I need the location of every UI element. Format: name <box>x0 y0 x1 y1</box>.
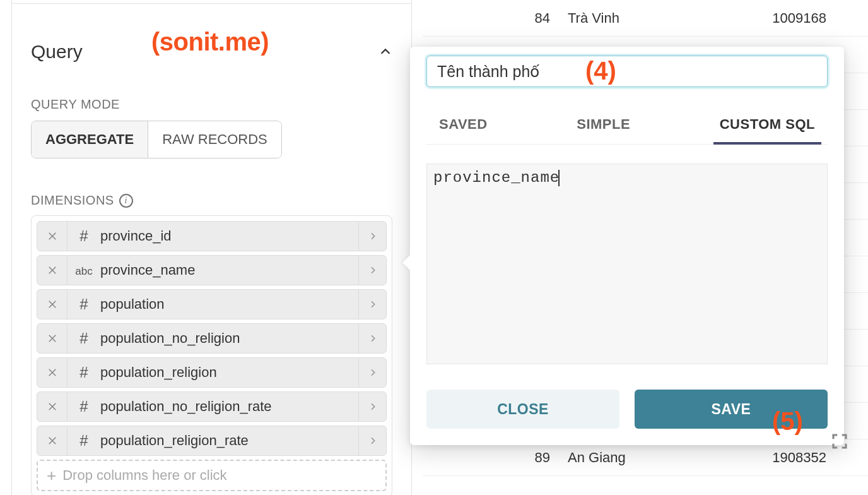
column-name-input[interactable] <box>426 56 828 87</box>
mode-aggregate-button[interactable]: AGGREGATE <box>32 121 148 158</box>
type-numeric-icon <box>67 432 100 450</box>
drop-hint: Drop columns here or click <box>62 467 226 484</box>
tab-simple[interactable]: SIMPLE <box>574 110 633 144</box>
cell-name: Trà Vinh <box>568 10 719 27</box>
info-icon[interactable]: i <box>119 194 133 208</box>
cell-id: 84 <box>423 10 568 27</box>
dimensions-list: province_idprovince_namepopulationpopula… <box>31 215 392 495</box>
table-row[interactable]: 84Trà Vinh1009168 <box>423 0 868 37</box>
dimension-label: population_religion_rate <box>100 432 358 449</box>
sql-content: province_name <box>433 169 560 186</box>
dimensions-drop-zone[interactable]: + Drop columns here or click <box>37 460 387 491</box>
remove-dimension-icon[interactable] <box>37 256 67 285</box>
chevron-right-icon[interactable] <box>358 256 386 285</box>
dimensions-label-text: DIMENSIONS <box>31 193 114 208</box>
type-numeric-icon <box>67 398 100 415</box>
remove-dimension-icon[interactable] <box>37 426 67 455</box>
dimension-row[interactable]: population_religion <box>37 357 387 388</box>
save-button[interactable]: SAVE <box>635 390 828 429</box>
text-cursor <box>558 170 560 186</box>
query-mode-label: QUERY MODE <box>31 97 392 112</box>
remove-dimension-icon[interactable] <box>37 222 67 251</box>
query-title: Query <box>31 41 83 63</box>
chevron-right-icon[interactable] <box>358 358 386 387</box>
query-mode-toggle: AGGREGATE RAW RECORDS <box>31 121 282 158</box>
close-button[interactable]: CLOSE <box>426 390 619 429</box>
dimension-row[interactable]: population_religion_rate <box>37 426 387 456</box>
mode-raw-button[interactable]: RAW RECORDS <box>148 121 281 158</box>
dimension-label: province_id <box>100 228 358 244</box>
chevron-right-icon[interactable] <box>358 426 386 455</box>
cell-name: An Giang <box>568 450 719 466</box>
cell-value: 1009168 <box>719 10 845 27</box>
tab-saved[interactable]: SAVED <box>437 110 490 144</box>
cell-id: 89 <box>423 450 568 466</box>
plus-icon: + <box>47 466 56 486</box>
chevron-up-icon[interactable] <box>378 45 392 59</box>
dimensions-label: DIMENSIONS i <box>31 193 392 208</box>
chevron-right-icon[interactable] <box>358 290 386 319</box>
remove-dimension-icon[interactable] <box>37 290 67 319</box>
type-numeric-icon <box>67 295 100 313</box>
chevron-right-icon[interactable] <box>358 324 386 353</box>
dimension-label: population_religion <box>100 364 358 381</box>
fullscreen-icon[interactable] <box>830 432 849 451</box>
dimension-label: province_name <box>100 262 358 278</box>
type-numeric-icon <box>67 364 100 381</box>
popover-buttons: CLOSE SAVE <box>426 390 828 429</box>
sql-editor[interactable]: province_name <box>426 164 828 364</box>
chevron-right-icon[interactable] <box>358 222 386 251</box>
dimension-label: population_no_religion <box>100 330 358 347</box>
tab-custom-sql[interactable]: CUSTOM SQL <box>717 110 818 144</box>
top-divider <box>12 0 411 4</box>
query-panel: Query QUERY MODE AGGREGATE RAW RECORDS D… <box>11 0 412 495</box>
column-editor-popover: SAVED SIMPLE CUSTOM SQL province_name CL… <box>410 47 844 445</box>
dimension-row[interactable]: population <box>37 289 387 319</box>
chevron-right-icon[interactable] <box>358 392 386 421</box>
cell-value: 1908352 <box>719 450 845 466</box>
dimension-row[interactable]: province_name <box>37 255 387 285</box>
type-numeric-icon <box>67 227 100 245</box>
dimension-label: population_no_religion_rate <box>100 398 358 415</box>
dimension-row[interactable]: province_id <box>37 221 387 251</box>
dimension-label: population <box>100 296 358 313</box>
type-text-icon <box>67 263 100 278</box>
watermark-text: (sonit.me) <box>151 28 269 56</box>
remove-dimension-icon[interactable] <box>37 358 67 387</box>
remove-dimension-icon[interactable] <box>37 392 67 421</box>
popover-tabs: SAVED SIMPLE CUSTOM SQL <box>426 110 828 145</box>
query-mode-label-text: QUERY MODE <box>31 97 120 112</box>
remove-dimension-icon[interactable] <box>37 324 67 353</box>
dimension-row[interactable]: population_no_religion_rate <box>37 391 387 422</box>
type-numeric-icon <box>67 330 100 347</box>
dimension-row[interactable]: population_no_religion <box>37 323 387 354</box>
